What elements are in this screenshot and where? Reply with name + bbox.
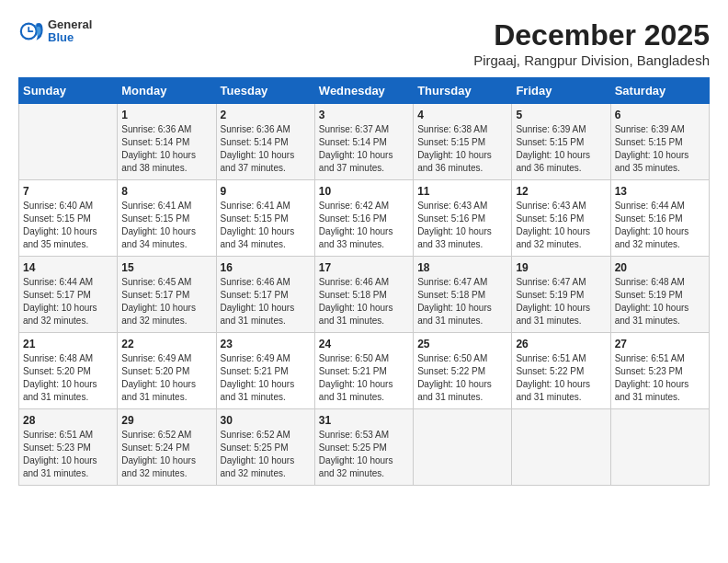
day-info: Sunrise: 6:36 AM Sunset: 5:14 PM Dayligh…	[121, 123, 211, 175]
day-number: 10	[319, 185, 409, 198]
calendar-cell: 2Sunrise: 6:36 AM Sunset: 5:14 PM Daylig…	[216, 104, 314, 180]
calendar-cell: 3Sunrise: 6:37 AM Sunset: 5:14 PM Daylig…	[314, 104, 413, 180]
day-info: Sunrise: 6:41 AM Sunset: 5:15 PM Dayligh…	[221, 200, 311, 251]
calendar-cell: 16Sunrise: 6:46 AM Sunset: 5:17 PM Dayli…	[216, 257, 314, 333]
day-number: 11	[417, 185, 507, 198]
weekday-header-tuesday: Tuesday	[216, 78, 314, 104]
calendar-cell: 6Sunrise: 6:39 AM Sunset: 5:15 PM Daylig…	[610, 104, 709, 180]
logo: General Blue	[18, 18, 92, 45]
calendar-week-row: 7Sunrise: 6:40 AM Sunset: 5:15 PM Daylig…	[19, 180, 710, 257]
day-info: Sunrise: 6:50 AM Sunset: 5:21 PM Dayligh…	[319, 352, 409, 404]
general-blue-icon	[18, 18, 44, 44]
day-number: 17	[319, 261, 409, 274]
calendar-cell: 18Sunrise: 6:47 AM Sunset: 5:18 PM Dayli…	[414, 257, 512, 333]
day-number: 19	[516, 261, 606, 274]
page-title: December 2025	[473, 18, 710, 52]
calendar-cell: 10Sunrise: 6:42 AM Sunset: 5:16 PM Dayli…	[314, 180, 413, 257]
day-info: Sunrise: 6:37 AM Sunset: 5:14 PM Dayligh…	[319, 123, 409, 175]
calendar-cell: 28Sunrise: 6:51 AM Sunset: 5:23 PM Dayli…	[19, 409, 118, 486]
day-info: Sunrise: 6:47 AM Sunset: 5:19 PM Dayligh…	[516, 276, 606, 327]
day-number: 27	[615, 338, 705, 350]
day-info: Sunrise: 6:45 AM Sunset: 5:17 PM Dayligh…	[121, 276, 211, 327]
day-number: 20	[615, 261, 705, 274]
calendar-cell: 23Sunrise: 6:49 AM Sunset: 5:21 PM Dayli…	[216, 333, 314, 409]
calendar-cell	[19, 104, 118, 180]
calendar-cell: 27Sunrise: 6:51 AM Sunset: 5:23 PM Dayli…	[610, 333, 709, 409]
calendar-cell: 24Sunrise: 6:50 AM Sunset: 5:21 PM Dayli…	[314, 333, 413, 409]
calendar-cell: 31Sunrise: 6:53 AM Sunset: 5:25 PM Dayli…	[314, 409, 413, 486]
title-block: December 2025 Pirgaaj, Rangpur Division,…	[473, 18, 710, 68]
page-subtitle: Pirgaaj, Rangpur Division, Bangladesh	[473, 52, 710, 68]
day-info: Sunrise: 6:36 AM Sunset: 5:14 PM Dayligh…	[221, 123, 311, 175]
calendar-cell: 7Sunrise: 6:40 AM Sunset: 5:15 PM Daylig…	[19, 180, 118, 257]
calendar-cell	[610, 409, 709, 486]
calendar-cell: 19Sunrise: 6:47 AM Sunset: 5:19 PM Dayli…	[512, 257, 610, 333]
day-info: Sunrise: 6:51 AM Sunset: 5:23 PM Dayligh…	[23, 429, 113, 480]
day-info: Sunrise: 6:39 AM Sunset: 5:15 PM Dayligh…	[615, 123, 705, 175]
page-header: General Blue December 2025 Pirgaaj, Rang…	[18, 18, 710, 68]
calendar-week-row: 1Sunrise: 6:36 AM Sunset: 5:14 PM Daylig…	[19, 104, 710, 180]
day-info: Sunrise: 6:38 AM Sunset: 5:15 PM Dayligh…	[417, 123, 507, 175]
calendar-cell: 26Sunrise: 6:51 AM Sunset: 5:22 PM Dayli…	[512, 333, 610, 409]
day-number: 26	[516, 338, 606, 350]
weekday-header-sunday: Sunday	[19, 78, 118, 104]
day-info: Sunrise: 6:42 AM Sunset: 5:16 PM Dayligh…	[319, 200, 409, 251]
calendar-cell: 5Sunrise: 6:39 AM Sunset: 5:15 PM Daylig…	[512, 104, 610, 180]
day-info: Sunrise: 6:39 AM Sunset: 5:15 PM Dayligh…	[516, 123, 606, 175]
day-info: Sunrise: 6:52 AM Sunset: 5:25 PM Dayligh…	[221, 429, 311, 480]
day-info: Sunrise: 6:53 AM Sunset: 5:25 PM Dayligh…	[319, 429, 409, 480]
day-number: 3	[319, 109, 409, 121]
calendar-week-row: 28Sunrise: 6:51 AM Sunset: 5:23 PM Dayli…	[19, 409, 710, 486]
day-number: 13	[615, 185, 705, 198]
calendar-cell: 14Sunrise: 6:44 AM Sunset: 5:17 PM Dayli…	[19, 257, 118, 333]
day-number: 12	[516, 185, 606, 198]
day-info: Sunrise: 6:43 AM Sunset: 5:16 PM Dayligh…	[417, 200, 507, 251]
calendar-cell: 30Sunrise: 6:52 AM Sunset: 5:25 PM Dayli…	[216, 409, 314, 486]
day-info: Sunrise: 6:43 AM Sunset: 5:16 PM Dayligh…	[516, 200, 606, 251]
day-info: Sunrise: 6:47 AM Sunset: 5:18 PM Dayligh…	[417, 276, 507, 327]
day-info: Sunrise: 6:51 AM Sunset: 5:23 PM Dayligh…	[615, 352, 705, 404]
calendar-cell: 12Sunrise: 6:43 AM Sunset: 5:16 PM Dayli…	[512, 180, 610, 257]
day-number: 18	[417, 261, 507, 274]
weekday-header-monday: Monday	[118, 78, 216, 104]
day-info: Sunrise: 6:49 AM Sunset: 5:20 PM Dayligh…	[121, 352, 211, 404]
day-number: 14	[23, 261, 113, 274]
day-number: 22	[121, 338, 211, 350]
day-number: 7	[23, 185, 113, 198]
calendar-cell: 20Sunrise: 6:48 AM Sunset: 5:19 PM Dayli…	[610, 257, 709, 333]
day-info: Sunrise: 6:50 AM Sunset: 5:22 PM Dayligh…	[417, 352, 507, 404]
calendar-cell	[512, 409, 610, 486]
calendar-cell: 22Sunrise: 6:49 AM Sunset: 5:20 PM Dayli…	[118, 333, 216, 409]
calendar-cell: 29Sunrise: 6:52 AM Sunset: 5:24 PM Dayli…	[118, 409, 216, 486]
logo-general: General	[48, 18, 92, 31]
day-number: 23	[221, 338, 311, 350]
day-info: Sunrise: 6:48 AM Sunset: 5:20 PM Dayligh…	[23, 352, 113, 404]
calendar-cell: 15Sunrise: 6:45 AM Sunset: 5:17 PM Dayli…	[118, 257, 216, 333]
calendar-cell: 8Sunrise: 6:41 AM Sunset: 5:15 PM Daylig…	[118, 180, 216, 257]
day-info: Sunrise: 6:46 AM Sunset: 5:17 PM Dayligh…	[221, 276, 311, 327]
calendar-week-row: 21Sunrise: 6:48 AM Sunset: 5:20 PM Dayli…	[19, 333, 710, 409]
day-number: 8	[121, 185, 211, 198]
weekday-header-saturday: Saturday	[610, 78, 709, 104]
day-number: 31	[319, 414, 409, 427]
logo-text: General Blue	[48, 18, 92, 45]
day-info: Sunrise: 6:51 AM Sunset: 5:22 PM Dayligh…	[516, 352, 606, 404]
calendar-cell: 1Sunrise: 6:36 AM Sunset: 5:14 PM Daylig…	[118, 104, 216, 180]
calendar-header-row: SundayMondayTuesdayWednesdayThursdayFrid…	[19, 78, 710, 104]
day-number: 28	[23, 414, 113, 427]
day-number: 6	[615, 109, 705, 121]
calendar-week-row: 14Sunrise: 6:44 AM Sunset: 5:17 PM Dayli…	[19, 257, 710, 333]
weekday-header-wednesday: Wednesday	[314, 78, 413, 104]
day-info: Sunrise: 6:44 AM Sunset: 5:17 PM Dayligh…	[23, 276, 113, 327]
day-info: Sunrise: 6:40 AM Sunset: 5:15 PM Dayligh…	[23, 200, 113, 251]
calendar-cell: 17Sunrise: 6:46 AM Sunset: 5:18 PM Dayli…	[314, 257, 413, 333]
weekday-header-thursday: Thursday	[414, 78, 512, 104]
calendar-cell	[414, 409, 512, 486]
calendar-cell: 11Sunrise: 6:43 AM Sunset: 5:16 PM Dayli…	[414, 180, 512, 257]
day-number: 2	[221, 109, 311, 121]
calendar-table: SundayMondayTuesdayWednesdayThursdayFrid…	[18, 77, 710, 486]
day-info: Sunrise: 6:52 AM Sunset: 5:24 PM Dayligh…	[121, 429, 211, 480]
day-number: 15	[121, 261, 211, 274]
calendar-cell: 21Sunrise: 6:48 AM Sunset: 5:20 PM Dayli…	[19, 333, 118, 409]
day-number: 1	[121, 109, 211, 121]
